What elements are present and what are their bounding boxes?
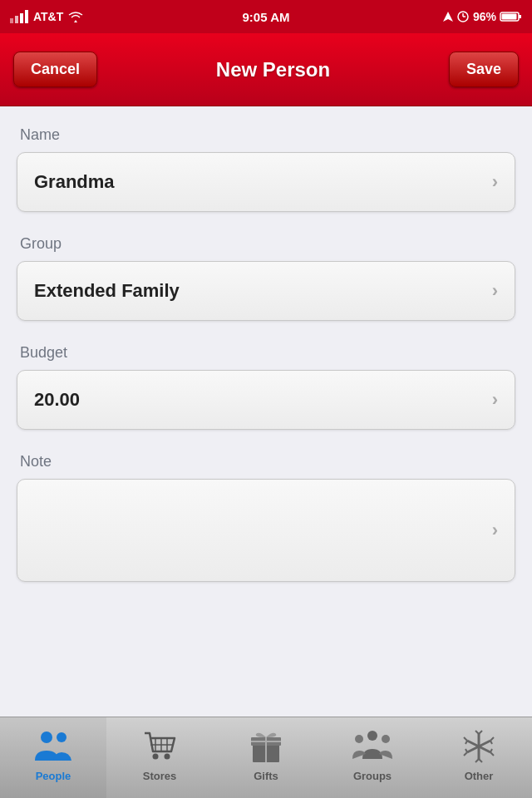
svg-rect-1 [15,16,18,23]
tab-stores-label: Stores [143,770,176,782]
svg-rect-2 [20,13,23,23]
svg-rect-0 [10,18,13,23]
svg-point-23 [355,735,363,743]
budget-chevron-icon: › [492,389,498,411]
svg-point-16 [153,754,159,760]
name-chevron-icon: › [492,171,498,193]
other-icon [459,727,499,766]
budget-value: 20.00 [34,389,80,411]
svg-point-17 [165,754,170,760]
tab-other[interactable]: Other [426,717,532,798]
name-field[interactable]: Grandma › [17,152,515,212]
note-field[interactable]: › [17,479,515,582]
tab-stores[interactable]: Stores [106,717,213,798]
budget-field[interactable]: 20.00 › [17,370,515,430]
note-section: Note › [17,453,515,582]
gifts-icon [246,727,286,766]
svg-point-24 [382,735,390,743]
groups-icon [352,727,392,766]
tab-gifts-label: Gifts [254,770,278,782]
cancel-button[interactable]: Cancel [13,52,97,87]
group-value: Extended Family [34,280,180,302]
svg-point-22 [367,731,377,741]
save-button[interactable]: Save [449,52,519,87]
group-section: Group Extended Family › [17,235,515,321]
people-icon [33,727,73,766]
svg-rect-3 [25,10,28,23]
status-right: 96% [443,10,522,23]
note-label: Note [17,453,515,470]
group-label: Group [17,235,515,253]
svg-rect-8 [519,15,521,18]
budget-section: Budget 20.00 › [17,344,515,430]
status-carrier: AT&T [10,10,83,23]
status-time: 9:05 AM [243,10,290,24]
page-title: New Person [216,58,330,81]
tab-groups[interactable]: Groups [319,717,426,798]
svg-point-10 [41,732,52,743]
name-value: Grandma [34,171,115,193]
stores-icon [140,727,180,766]
name-section: Name Grandma › [17,126,515,212]
tab-people-label: People [36,770,71,782]
tab-bar: People Stores [0,717,532,798]
group-chevron-icon: › [492,280,498,302]
status-bar: AT&T 9:05 AM 96% [0,0,532,33]
nav-bar: Cancel New Person Save [0,33,532,106]
form-content: Name Grandma › Group Extended Family › B… [0,106,532,625]
group-field[interactable]: Extended Family › [17,261,515,321]
tab-people[interactable]: People [0,717,106,798]
tab-other-label: Other [465,770,494,782]
tab-gifts[interactable]: Gifts [213,717,319,798]
tab-groups-label: Groups [353,770,392,782]
svg-rect-9 [502,14,517,20]
budget-label: Budget [17,344,515,362]
svg-point-11 [57,732,66,742]
name-label: Name [17,126,515,144]
note-chevron-icon: › [492,520,498,541]
